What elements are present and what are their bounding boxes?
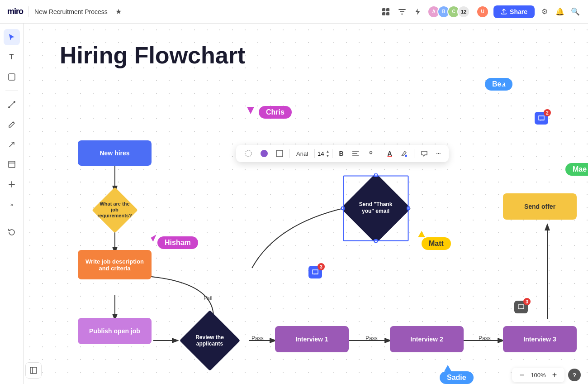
sticky-note-tool[interactable] xyxy=(4,69,20,85)
svg-rect-3 xyxy=(386,12,389,15)
toolbar-sep-2 xyxy=(314,149,315,158)
search-icon[interactable]: 🔍 xyxy=(570,6,581,17)
svg-rect-26 xyxy=(30,367,37,374)
interview2-box[interactable]: Interview 2 xyxy=(390,326,464,352)
float-toolbar: Arial 14 ▲ ▼ B A xyxy=(236,145,449,162)
comment-badge-3[interactable]: 2 xyxy=(535,112,548,125)
svg-point-25 xyxy=(405,155,407,157)
toolbar-divider2 xyxy=(5,218,18,218)
add-tool[interactable] xyxy=(4,176,20,192)
zoom-percent: 100% xyxy=(530,372,546,379)
user-avatar[interactable]: U xyxy=(476,5,489,18)
svg-point-20 xyxy=(245,150,251,157)
grid-apps-icon[interactable] xyxy=(379,5,392,18)
svg-marker-4 xyxy=(415,9,420,15)
star-icon[interactable]: ★ xyxy=(113,6,124,17)
main-area: T » Hiring Flowchart xyxy=(0,24,588,384)
send-offer-box[interactable]: Send offer xyxy=(503,193,577,220)
pass-label-2: Pass xyxy=(365,335,378,341)
matt-label: Matt xyxy=(422,237,451,250)
toolbar-sep-5 xyxy=(414,149,414,158)
lightning-icon[interactable] xyxy=(412,6,423,17)
pass-label-1: Pass xyxy=(251,335,264,341)
paint-btn[interactable] xyxy=(397,148,411,159)
svg-rect-21 xyxy=(276,150,283,157)
help-button[interactable]: ? xyxy=(568,369,581,381)
link-btn[interactable] xyxy=(364,149,378,158)
toolbar-sep-1 xyxy=(289,149,290,158)
toolbar-sep-3 xyxy=(332,149,332,158)
send-thankyou-diamond[interactable]: Send "Thank you" email xyxy=(343,175,408,241)
job-requirements-diamond[interactable]: What are the job requirements? xyxy=(78,189,152,231)
collaborators-avatars[interactable]: A B C 12 xyxy=(427,5,470,18)
chris-cursor-arrow xyxy=(247,107,254,114)
share-button[interactable]: Share xyxy=(493,5,535,18)
pen-tool[interactable] xyxy=(4,116,20,133)
shape-style-btn[interactable] xyxy=(241,148,256,159)
settings-icon[interactable]: ⚙ xyxy=(539,6,550,17)
bell-icon[interactable]: 🔔 xyxy=(555,6,565,17)
font-size-control[interactable]: 14 ▲ ▼ xyxy=(318,149,329,158)
more-btn[interactable]: ··· xyxy=(432,148,444,159)
border-style-btn[interactable] xyxy=(272,148,287,159)
svg-rect-5 xyxy=(9,74,15,80)
fill-color-btn[interactable] xyxy=(257,148,271,159)
comment-badge-2[interactable]: 3 xyxy=(514,301,528,313)
frame-tool[interactable] xyxy=(4,156,20,173)
review-applicants-diamond[interactable]: Review the applicants xyxy=(173,313,247,368)
align-btn[interactable] xyxy=(348,149,363,158)
comment-btn[interactable] xyxy=(417,149,432,158)
fail-label: Fail xyxy=(204,295,212,302)
select-tool[interactable] xyxy=(4,29,20,45)
bold-btn[interactable]: B xyxy=(335,148,347,159)
font-selector[interactable]: Arial xyxy=(293,149,312,159)
filter-icon[interactable] xyxy=(397,6,408,17)
zoom-in-btn[interactable]: + xyxy=(549,370,560,380)
toolbar-sep-4 xyxy=(381,149,381,158)
svg-rect-8 xyxy=(9,161,15,168)
miro-logo: miro xyxy=(7,7,23,16)
more-tools[interactable]: » xyxy=(4,196,20,212)
sadie-cursor-arrow xyxy=(444,365,451,371)
svg-rect-2 xyxy=(382,12,385,15)
bottom-bar: − 100% + ? xyxy=(47,366,588,384)
flowchart-title: Hiring Flowchart xyxy=(60,42,245,69)
svg-point-6 xyxy=(8,106,10,108)
comment-badge-1[interactable]: 3 xyxy=(308,266,322,278)
interview3-box[interactable]: Interview 3 xyxy=(503,326,577,352)
topbar: miro New Recruitment Process ★ A B C 12 … xyxy=(0,0,588,24)
arrow-tool[interactable] xyxy=(4,136,20,153)
svg-rect-1 xyxy=(386,8,389,11)
new-hires-box[interactable]: New hires xyxy=(78,140,152,166)
svg-point-7 xyxy=(14,101,15,103)
connector-tool[interactable] xyxy=(4,96,20,113)
write-job-desc-box[interactable]: Write job description and criteria xyxy=(78,250,152,279)
publish-open-job-box[interactable]: Publish open job xyxy=(78,318,152,344)
left-toolbar: T » xyxy=(0,24,24,384)
panel-toggle-btn[interactable] xyxy=(25,362,42,379)
svg-rect-0 xyxy=(382,8,385,11)
canvas[interactable]: Hiring Flowchart xyxy=(24,24,588,384)
text-color-btn[interactable]: A xyxy=(384,148,396,159)
pass-label-3: Pass xyxy=(479,335,491,341)
toolbar-divider xyxy=(5,91,18,91)
matt-cursor-arrow xyxy=(418,231,425,237)
undo-tool[interactable] xyxy=(4,224,20,240)
mae-label: Mae xyxy=(565,163,588,176)
bea-cursor-arrow xyxy=(498,79,506,86)
interview1-box[interactable]: Interview 1 xyxy=(275,326,349,352)
chris-label: Chris xyxy=(259,106,292,119)
document-title[interactable]: New Recruitment Process xyxy=(34,8,108,15)
sadie-label: Sadie xyxy=(440,371,474,384)
zoom-out-btn[interactable]: − xyxy=(517,370,527,380)
text-tool[interactable]: T xyxy=(4,49,20,65)
hisham-label: Hisham xyxy=(157,236,198,249)
zoom-controls[interactable]: − 100% + xyxy=(512,368,564,382)
